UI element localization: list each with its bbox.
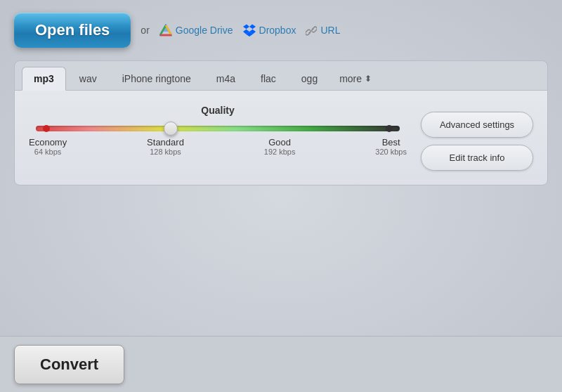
- quality-section: Quality Economy 64 kbps Standard 128: [29, 105, 407, 171]
- slider-container: [29, 126, 407, 131]
- edit-track-info-button[interactable]: Edit track info: [421, 145, 533, 171]
- good-label: Good: [264, 137, 296, 148]
- more-label: more: [339, 73, 362, 84]
- quality-label: Quality: [29, 105, 407, 116]
- quality-marker-good: Good 192 kbps: [264, 137, 296, 156]
- convert-button[interactable]: Convert: [14, 345, 124, 384]
- slider-track: [36, 126, 400, 131]
- best-label: Best: [375, 137, 407, 148]
- standard-label: Standard: [147, 137, 184, 148]
- dropbox-link[interactable]: Dropbox: [243, 24, 296, 37]
- tab-ogg[interactable]: ogg: [289, 67, 329, 90]
- format-tabs: mp3 wav iPhone ringtone m4a flac ogg mor…: [14, 60, 548, 90]
- url-link[interactable]: URL: [306, 24, 340, 36]
- advanced-settings-button[interactable]: Advanced settings: [421, 112, 533, 138]
- economy-label: Economy: [29, 137, 67, 148]
- tab-mp3[interactable]: mp3: [22, 67, 66, 91]
- economy-value: 64 kbps: [29, 148, 67, 156]
- tab-wav[interactable]: wav: [67, 67, 109, 90]
- good-value: 192 kbps: [264, 148, 296, 156]
- best-value: 320 kbps: [375, 148, 407, 156]
- settings-panel: Quality Economy 64 kbps Standard 128: [14, 90, 548, 185]
- quality-markers: Economy 64 kbps Standard 128 kbps Good 1…: [29, 137, 407, 156]
- standard-value: 128 kbps: [147, 148, 184, 156]
- main-content: mp3 wav iPhone ringtone m4a flac ogg mor…: [0, 60, 562, 185]
- chevron-down-icon: ⬍: [365, 74, 372, 84]
- quality-marker-best: Best 320 kbps: [375, 137, 407, 156]
- tab-iphone-ringtone[interactable]: iPhone ringtone: [110, 67, 203, 90]
- quality-marker-economy: Economy 64 kbps: [29, 137, 67, 156]
- google-drive-link[interactable]: Google Drive: [159, 24, 233, 37]
- url-label: URL: [320, 25, 340, 36]
- dropbox-icon: [243, 24, 256, 37]
- tab-flac[interactable]: flac: [249, 67, 288, 90]
- google-drive-label: Google Drive: [176, 25, 233, 36]
- google-drive-icon: [159, 24, 172, 37]
- or-text: or: [140, 25, 149, 36]
- quality-marker-standard: Standard 128 kbps: [147, 137, 184, 156]
- dropbox-label: Dropbox: [259, 25, 296, 36]
- footer: Convert: [0, 336, 562, 392]
- tab-more[interactable]: more ⬍: [331, 67, 380, 90]
- toolbar: Open files or Google Drive Dropbox: [0, 0, 562, 60]
- url-icon: [306, 24, 317, 36]
- action-buttons: Advanced settings Edit track info: [421, 105, 533, 171]
- tab-m4a[interactable]: m4a: [204, 67, 247, 90]
- open-files-button[interactable]: Open files: [14, 13, 131, 48]
